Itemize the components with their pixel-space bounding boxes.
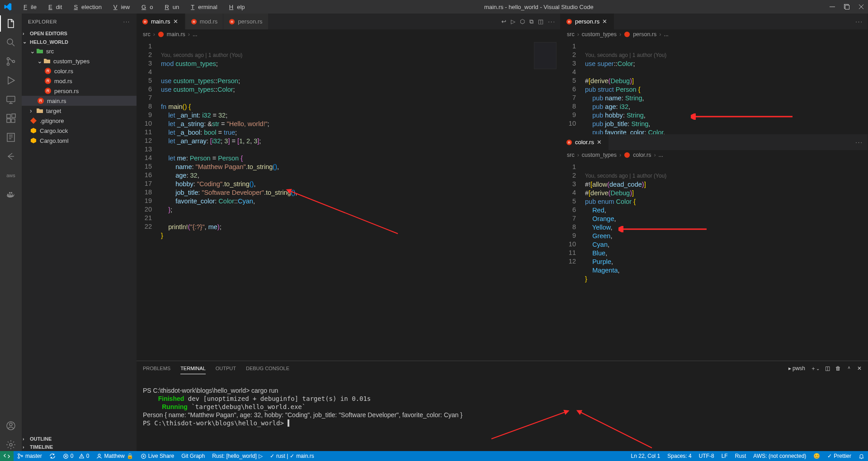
status-prettier[interactable]: ✓ Prettier bbox=[824, 453, 855, 459]
menu-run[interactable]: Run bbox=[157, 2, 183, 12]
remote-indicator[interactable] bbox=[0, 451, 14, 461]
status-lang[interactable]: Rust bbox=[731, 453, 750, 459]
debug-icon[interactable]: ⬡ bbox=[520, 18, 525, 25]
tree-file-cargolock[interactable]: Cargo.lock bbox=[22, 126, 137, 136]
editor-more-icon[interactable]: ··· bbox=[855, 139, 863, 146]
breadcrumb-person[interactable]: src› custom_types› person.rs› ... bbox=[561, 29, 868, 39]
terminal-shell-label[interactable]: ▸ pwsh bbox=[788, 365, 805, 372]
code-person[interactable]: You, seconds ago | 1 author (You) use su… bbox=[582, 39, 868, 134]
tab-mod[interactable]: Rmod.rs bbox=[185, 14, 224, 29]
panel-output[interactable]: OUTPUT bbox=[216, 363, 236, 374]
editor-person[interactable]: 12345678910 You, seconds ago | 1 author … bbox=[561, 39, 868, 134]
explorer-icon[interactable] bbox=[5, 17, 17, 30]
svg-line-40 bbox=[580, 412, 652, 448]
tree-folder-custom-types[interactable]: ⌄custom_types bbox=[22, 56, 137, 66]
status-user[interactable]: Matthew 🔒 bbox=[93, 453, 137, 459]
terminal-split-icon[interactable]: ◫ bbox=[825, 365, 830, 372]
status-cursor[interactable]: Ln 22, Col 1 bbox=[627, 453, 664, 459]
status-bar: master 0 0 Matthew 🔒 Live Share Git Grap… bbox=[0, 451, 868, 461]
tab-person-right[interactable]: Rperson.rs✕ bbox=[561, 14, 614, 29]
status-rust-analyzer[interactable]: Rust: [hello_world] ▷ bbox=[208, 453, 266, 459]
menu-help[interactable]: Help bbox=[222, 2, 249, 12]
editor-color[interactable]: 123456789101112 You, seconds ago | 1 aut… bbox=[561, 160, 868, 361]
tree-file-main[interactable]: Rmain.rs bbox=[22, 96, 137, 106]
extensions-icon[interactable] bbox=[5, 112, 17, 125]
menu-terminal[interactable]: Terminal bbox=[184, 2, 221, 12]
panel-close-icon[interactable]: ✕ bbox=[857, 365, 862, 372]
search-icon[interactable] bbox=[5, 36, 17, 49]
window-minimize-icon[interactable] bbox=[829, 4, 835, 10]
share-icon[interactable] bbox=[5, 150, 17, 163]
split-icon[interactable]: ◫ bbox=[538, 18, 543, 25]
status-problems[interactable]: 0 0 bbox=[59, 453, 93, 459]
editor-more-icon[interactable]: ··· bbox=[855, 18, 863, 25]
settings-icon[interactable] bbox=[5, 438, 17, 451]
code-color[interactable]: You, seconds ago | 1 author (You) #![all… bbox=[582, 160, 868, 361]
status-bell-icon[interactable] bbox=[855, 453, 868, 459]
svg-point-4 bbox=[7, 63, 9, 66]
open-editors-section[interactable]: ›OPEN EDITORS bbox=[22, 29, 137, 38]
status-rust-check[interactable]: ✓ rust | ✓ main.rs bbox=[266, 453, 318, 459]
run-debug-icon[interactable] bbox=[5, 74, 17, 87]
scm-icon[interactable] bbox=[5, 55, 17, 68]
panel-debug[interactable]: DEBUG CONSOLE bbox=[246, 363, 289, 374]
project-section[interactable]: ⌄HELLO_WORLD bbox=[22, 38, 137, 46]
tree-file-person[interactable]: Rperson.rs bbox=[22, 86, 137, 96]
tab-color-right[interactable]: Rcolor.rs✕ bbox=[561, 134, 609, 150]
svg-line-30 bbox=[289, 191, 398, 234]
tree-file-color[interactable]: Rcolor.rs bbox=[22, 66, 137, 76]
code-main[interactable]: You, seconds ago | 1 author (You) mod cu… bbox=[158, 39, 560, 361]
menu-file[interactable]: FFileile bbox=[16, 2, 40, 12]
tab-close-icon[interactable]: ✕ bbox=[602, 18, 609, 25]
status-eol[interactable]: LF bbox=[718, 453, 731, 459]
timeline-section[interactable]: ›TIMELINE bbox=[22, 443, 137, 451]
minimap[interactable] bbox=[534, 42, 557, 69]
menu-go[interactable]: Go bbox=[134, 2, 156, 12]
panel-maximize-icon[interactable]: ＾ bbox=[846, 365, 852, 372]
window-close-icon[interactable] bbox=[858, 4, 864, 10]
terminal-new-icon[interactable]: ＋⌄ bbox=[811, 365, 820, 372]
terminal-trash-icon[interactable]: 🗑 bbox=[835, 365, 841, 372]
docker-icon[interactable] bbox=[5, 188, 17, 201]
panel-terminal[interactable]: TERMINAL bbox=[180, 363, 206, 374]
tree-file-cargotoml[interactable]: Cargo.toml bbox=[22, 136, 137, 146]
tab-person[interactable]: Rperson.rs bbox=[223, 14, 268, 29]
status-sync-icon[interactable] bbox=[46, 453, 59, 459]
panel-problems[interactable]: PROBLEMS bbox=[143, 363, 170, 374]
svg-text:R: R bbox=[47, 89, 50, 93]
tree-file-gitignore[interactable]: .gitignore bbox=[22, 116, 137, 126]
accounts-icon[interactable] bbox=[5, 419, 17, 432]
tab-close-icon[interactable]: ✕ bbox=[597, 139, 603, 146]
tree-folder-target[interactable]: ›target bbox=[22, 106, 137, 116]
status-feedback-icon[interactable]: 😊 bbox=[810, 453, 824, 459]
breadcrumb-color[interactable]: src› custom_types› color.rs› ... bbox=[561, 150, 868, 160]
menu-edit[interactable]: Edit bbox=[41, 2, 66, 12]
tab-main[interactable]: Rmain.rs✕ bbox=[137, 14, 185, 29]
status-branch[interactable]: master bbox=[14, 453, 46, 459]
status-aws[interactable]: AWS: (not connected) bbox=[750, 453, 810, 459]
breadcrumb-left[interactable]: src› main.rs› ... bbox=[137, 29, 560, 39]
svg-text:R: R bbox=[144, 19, 146, 24]
tree-file-mod[interactable]: Rmod.rs bbox=[22, 76, 137, 86]
menu-selection[interactable]: Selection bbox=[66, 2, 105, 12]
aws-icon[interactable]: aws bbox=[5, 169, 17, 182]
run-icon[interactable]: ▷ bbox=[511, 18, 515, 25]
explorer-more-icon[interactable]: ··· bbox=[123, 19, 130, 24]
status-encoding[interactable]: UTF-8 bbox=[695, 453, 718, 459]
tab-close-icon[interactable]: ✕ bbox=[173, 18, 179, 25]
terminal-output[interactable]: PS C:\thisdot-work\blogs\hello_world> ca… bbox=[137, 376, 868, 451]
bottom-panel: PROBLEMS TERMINAL OUTPUT DEBUG CONSOLE ▸… bbox=[137, 361, 868, 451]
diff-icon[interactable]: ⧉ bbox=[529, 18, 533, 25]
status-gitgraph[interactable]: Git Graph bbox=[178, 453, 208, 459]
menu-view[interactable]: View bbox=[106, 2, 133, 12]
editor-more-icon[interactable]: ··· bbox=[548, 18, 556, 25]
remote-explorer-icon[interactable] bbox=[5, 93, 17, 106]
status-spaces[interactable]: Spaces: 4 bbox=[664, 453, 695, 459]
go-back-icon[interactable]: ↩ bbox=[501, 18, 506, 25]
outline-section[interactable]: ›OUTLINE bbox=[22, 435, 137, 443]
project-manager-icon[interactable] bbox=[5, 131, 17, 144]
window-maximize-icon[interactable] bbox=[844, 4, 850, 10]
status-liveshare[interactable]: Live Share bbox=[137, 453, 178, 459]
editor-main[interactable]: 12345678910111213141516171819202122 You,… bbox=[137, 39, 560, 361]
tree-folder-src[interactable]: ⌄src bbox=[22, 46, 137, 56]
